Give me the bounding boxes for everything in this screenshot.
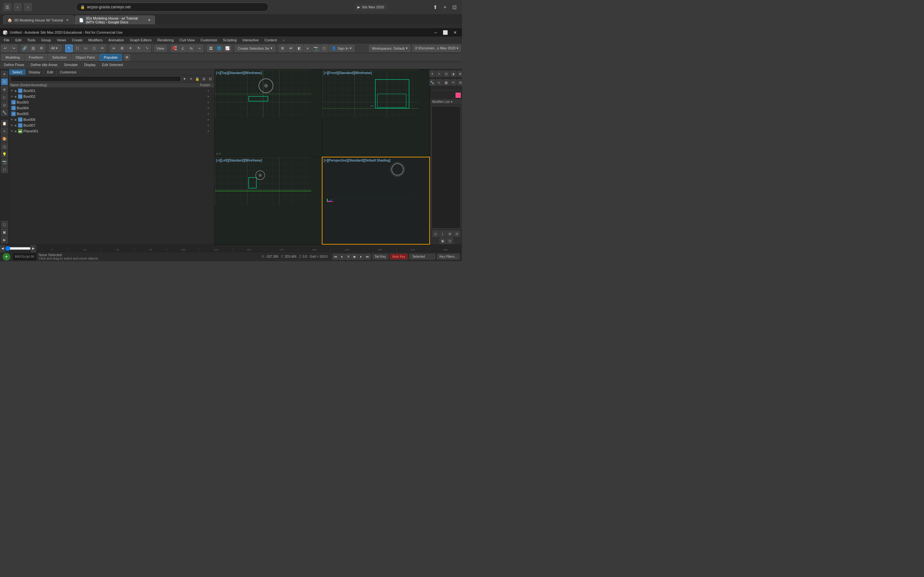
rp-icon-5[interactable]: ▣ [439,237,446,244]
menu-file[interactable]: File [1,37,12,43]
rp-icon-2[interactable]: | [439,230,446,237]
filter-dropdown[interactable]: All ▾ [49,45,61,52]
menu-edit[interactable]: Edit [13,37,24,43]
display-btn[interactable]: ◻ [320,45,328,52]
redo-btn[interactable]: ↪ [10,45,17,52]
viewport-top[interactable]: [+][Top][Standard][Wireframe] [215,70,322,157]
add-key-btn[interactable]: + [3,253,10,261]
paint-select-btn[interactable]: ✏ [99,45,106,52]
color-swatch[interactable] [456,93,461,98]
define-flows-btn[interactable]: Define Flows [1,62,27,69]
scene-item-box003[interactable]: ◻ Box003 ✶ [9,99,214,105]
rp-icon-1[interactable]: ◷ [433,230,439,237]
layer-mgr-btn[interactable]: ≡ [1,127,8,135]
scene-item-plane001[interactable]: 👁◉ ▬ Plane001 ✶ [9,128,214,134]
select-by-name-btn[interactable]: ☐ [73,45,81,52]
sign-in-btn[interactable]: 👤 Sign In ▾ [329,45,355,52]
create-r-btn[interactable]: ✦ [429,71,435,77]
scene-item-box006[interactable]: 👁◉ ◻ Box006 ✶ [9,117,214,122]
auto-key-btn[interactable]: Auto Key [390,254,408,259]
menu-modifiers[interactable]: Modifiers [86,37,105,43]
sidebar-toggle-btn[interactable]: ☰ [3,3,11,11]
scene-expand-btn[interactable]: ⊞ [201,76,207,82]
extension-tab[interactable]: ▶ 3ds Max 2020 [354,4,387,11]
edit-selected-btn[interactable]: Edit Selected [99,62,126,69]
shading-r-btn[interactable]: ◑ [450,71,457,77]
scene-item-box007[interactable]: 👁◉ ◻ Box007 ✶ [9,122,214,128]
rp-icon-4[interactable]: ⊟ [454,230,460,237]
next-frame-btn[interactable]: ⏵ [359,254,364,259]
rp-icon-6[interactable]: ⊡ [447,237,453,244]
scene-item-box001[interactable]: 👁◉ ◻ Box001 ✶ [9,88,214,93]
go-start-btn[interactable]: ⏮ [333,254,338,259]
create-selection-btn[interactable]: Create Selection Se ▾ [235,45,275,52]
timeline-track[interactable]: 0 25 50 75 100 125 150 175 200 225 250 2… [36,245,462,251]
menu-scripting[interactable]: Scripting [220,37,239,43]
define-idle-areas-btn[interactable]: Define Idle Areas [28,62,60,69]
forward-btn[interactable]: › [24,3,32,11]
menu-animation[interactable]: Animation [106,37,127,43]
tab-freeform[interactable]: Freeform [25,54,47,61]
align-btn[interactable]: ⊞ [279,45,286,52]
menu-group[interactable]: Group [39,37,53,43]
go-end-btn[interactable]: ⏭ [365,254,371,259]
unlink-btn[interactable]: ⛓ [29,45,37,52]
path-dropdown[interactable]: X:\Documen...s Max 2020 ▾ [413,45,461,52]
edit-r-btn[interactable]: ✏ [450,79,457,85]
motion-panel-btn[interactable]: ▷ [1,93,8,101]
move-btn[interactable]: ✛ [126,45,134,52]
se-tab-edit[interactable]: Edit [44,69,57,75]
material-btn[interactable]: 🎨 [1,135,8,142]
tab-google-docs[interactable]: 📄 3Ds Modeling House - w/ Tutorial (MTV … [75,15,155,24]
new-tab-btn[interactable]: ＋ [441,3,449,11]
menu-create[interactable]: Create [69,37,85,43]
angle-snap-btn[interactable]: ∠ [179,45,187,52]
light-lister-btn[interactable]: 💡 [1,151,8,158]
array-btn[interactable]: ⊞ [118,45,126,52]
menu-interactive[interactable]: Interactive [240,37,262,43]
rotate-btn[interactable]: ↻ [135,45,142,52]
se-tab-customize[interactable]: Customize [57,69,80,75]
render-setup-btn[interactable]: ⬡ [1,166,8,173]
frame-slider[interactable] [5,246,31,251]
scene-item-box004[interactable]: ◻ Box004 ✶ [9,105,214,111]
scene-state-btn[interactable]: 📷 [1,158,8,165]
play-btn[interactable]: ▶ [352,254,358,259]
back-btn[interactable]: ‹ [13,3,22,11]
tab-object-paint[interactable]: Object Paint [71,54,99,61]
maxscript-mini[interactable]: MAXScript Mi [13,253,36,260]
spinner-snap-btn[interactable]: ≈ [196,45,204,52]
menu-customize[interactable]: Customize [198,37,220,43]
view-dropdown[interactable]: View [154,45,167,52]
frame-next-btn[interactable]: ▶ [31,245,36,252]
bottom-icon-btn[interactable]: ◻ [1,221,8,228]
layer-btn[interactable]: ◧ [296,45,303,52]
key-filters-btn[interactable]: Key Filters... [437,254,459,259]
menu-civil-view[interactable]: Civil View [177,37,197,43]
lasso-select-btn[interactable]: ◻ [90,45,98,52]
scene-lock-btn[interactable]: 🔒 [194,76,200,82]
minimize-btn[interactable]: ─ [431,29,440,36]
viewport-front[interactable]: [+][Front][Standard][Wireframe] [322,70,429,157]
share-btn[interactable]: ⬆ [431,3,439,11]
set-key-btn[interactable]: Set Key [373,254,388,259]
se-tab-display[interactable]: Display [26,69,44,75]
menu-more[interactable]: » [280,37,287,43]
menu-tools[interactable]: Tools [25,37,38,43]
display-btn2[interactable]: Display [81,62,98,69]
populate-icon-btn[interactable]: ⊕ [124,54,130,61]
tab-3d-modeling[interactable]: 🏠 3D Modeling House W/ Tutorial ✕ [3,15,74,24]
mirror2-btn[interactable]: ⇌ [287,45,295,52]
tools-r-btn[interactable]: 🔧 [429,79,435,85]
tab-selection[interactable]: Selection [48,54,71,61]
address-bar[interactable]: 🔒 wcpss-grania.cameyo.net [76,3,268,11]
menu-btn[interactable]: ⊡ [451,3,459,11]
hierarchy-panel-btn[interactable]: ⊕ [1,86,8,93]
se-tab-select[interactable]: Select [9,69,26,75]
camera-btn[interactable]: 📷 [312,45,320,52]
scene-clear-btn[interactable]: ✕ [188,76,194,82]
scale-btn[interactable]: ⤡ [143,45,151,52]
scene-filter-btn[interactable]: ▼ [182,76,187,82]
utilities-panel-btn[interactable]: 🔧 [1,109,8,116]
close-btn[interactable]: ✕ [451,29,459,36]
